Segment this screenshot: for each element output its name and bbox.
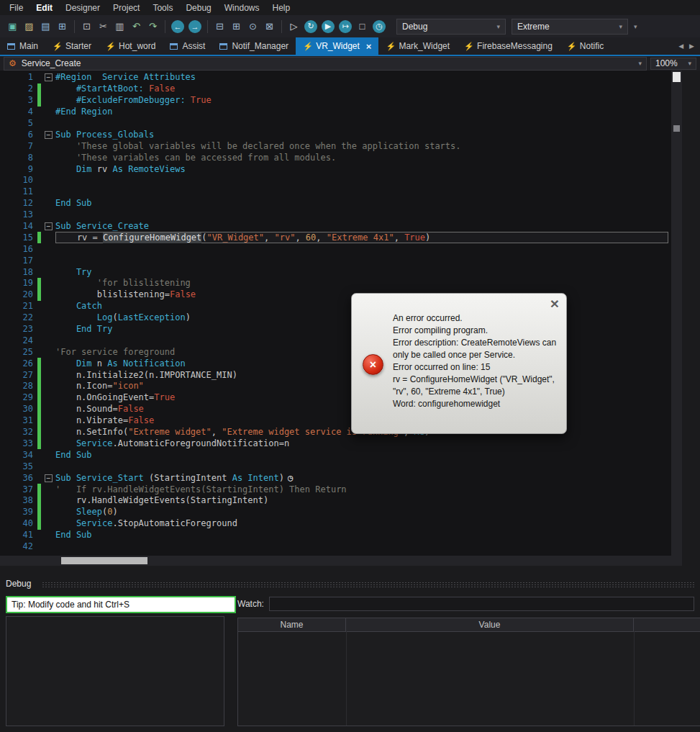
code-line[interactable]: 18 Try <box>0 266 671 278</box>
tab-main[interactable]: Main <box>0 37 45 55</box>
comment-icon[interactable]: ⊟ <box>212 19 227 34</box>
code-line[interactable]: 29 n.OnGoingEvent=True <box>0 392 671 404</box>
code-line[interactable]: 22 Log(LastException) <box>0 312 671 324</box>
open-icon[interactable]: ▨ <box>22 19 37 34</box>
menu-tools[interactable]: Tools <box>146 1 179 14</box>
run-icon[interactable]: ▷ <box>286 19 301 34</box>
deploy-configuration-dropdown[interactable]: Extreme ▾ <box>512 19 628 35</box>
code-line[interactable]: 16 <box>0 243 671 255</box>
uncomment-icon[interactable]: ⊞ <box>229 19 244 34</box>
tab-scroll-right-icon[interactable]: ▶ <box>689 42 694 50</box>
clean-project-icon[interactable]: ◷ <box>373 20 386 33</box>
code-line[interactable]: 5 <box>0 118 671 130</box>
menu-edit[interactable]: Edit <box>29 1 59 14</box>
code-line[interactable]: 6−Sub Process_Globals <box>0 129 671 140</box>
menu-debug[interactable]: Debug <box>179 1 217 14</box>
column-header-name[interactable]: Name <box>238 618 346 631</box>
save-all-icon[interactable]: ⊞ <box>55 19 70 34</box>
zoom-dropdown[interactable]: 100% ▾ <box>650 58 696 70</box>
code-line[interactable]: 34End Sub <box>0 449 671 461</box>
code-line[interactable]: 36−Sub Service_Start (StartingIntent As … <box>0 472 671 484</box>
sub-selector-dropdown[interactable]: ⚙ Service_Create ▾ <box>4 57 647 71</box>
watch-table[interactable]: Name Value <box>237 618 700 726</box>
code-line[interactable]: 39 Sleep(0) <box>0 507 671 518</box>
code-line[interactable]: 14−Sub Service_Create <box>0 221 671 232</box>
add-module-icon[interactable]: ▣ <box>5 19 20 34</box>
horizontal-scrollbar-thumb[interactable] <box>61 557 147 564</box>
close-icon[interactable]: × <box>550 295 559 312</box>
cut-icon[interactable]: ✂ <box>96 19 111 34</box>
menu-designer[interactable]: Designer <box>59 1 106 14</box>
tab-notif_manager[interactable]: Notif_Manager <box>212 37 296 55</box>
code-line[interactable]: 30 n.Sound=False <box>0 404 671 415</box>
code-line[interactable]: 41End Sub <box>0 530 671 541</box>
copy-icon[interactable]: ▥ <box>112 19 127 34</box>
tab-assist[interactable]: Assist <box>163 37 212 55</box>
code-line[interactable]: 9 Dim rv As RemoteViews <box>0 163 671 175</box>
code-line[interactable]: 8 'These variables can be accessed from … <box>0 152 671 163</box>
restart-icon[interactable]: ↻ <box>304 20 317 33</box>
tab-mark_widget[interactable]: ⚡Mark_Widget <box>378 37 457 55</box>
tab-firebasemessaging[interactable]: ⚡FirebaseMessaging <box>457 37 560 55</box>
code-line[interactable]: 24 <box>0 335 671 346</box>
stop-icon[interactable]: □ <box>355 19 370 34</box>
tab-notific[interactable]: ⚡Notific <box>560 37 611 55</box>
code-line[interactable]: 40 Service.StopAutomaticForeground <box>0 518 671 530</box>
vertical-scrollbar[interactable] <box>671 71 682 556</box>
code-line[interactable]: 37' If rv.HandleWidgetEvents(StartingInt… <box>0 484 671 495</box>
code-line[interactable]: 10 <box>0 175 671 186</box>
designer-icon[interactable]: ⊡ <box>79 19 94 34</box>
code-line[interactable]: 23 End Try <box>0 324 671 335</box>
code-line[interactable]: 31 n.Vibrate=False <box>0 415 671 427</box>
horizontal-scrollbar[interactable] <box>0 556 682 566</box>
code-line[interactable]: 32 n.SetInfo("Extreme widget", "Extreme … <box>0 427 671 438</box>
fold-toggle-icon[interactable]: − <box>45 474 53 482</box>
step-icon[interactable]: ↦ <box>339 20 352 33</box>
code-line[interactable]: 4#End Region <box>0 107 671 118</box>
code-line[interactable]: 21 Catch <box>0 301 671 312</box>
tab-scroll-left-icon[interactable]: ◀ <box>678 42 683 50</box>
code-line[interactable]: 25'For service foreground <box>0 346 671 358</box>
fold-toggle-icon[interactable]: − <box>45 222 53 230</box>
code-line[interactable]: 15 rv = ConfigureHomeWidget("VR_Widget",… <box>0 232 671 243</box>
navigate-forward-icon[interactable]: → <box>188 20 201 33</box>
tab-vr_widget[interactable]: ⚡VR_Widget× <box>296 37 378 55</box>
code-line[interactable]: 20 blislistening=False <box>0 289 671 301</box>
menu-project[interactable]: Project <box>106 1 146 14</box>
code-line[interactable]: 26 Dim n As Notification <box>0 358 671 369</box>
code-line[interactable]: 7 'These global variables will be declar… <box>0 140 671 152</box>
modules-icon[interactable]: ⊠ <box>262 19 277 34</box>
tab-hot_word[interactable]: ⚡Hot_word <box>99 37 163 55</box>
code-line[interactable]: 13 <box>0 209 671 221</box>
debug-log-panel[interactable] <box>6 616 224 726</box>
resume-icon[interactable]: ▶ <box>322 20 335 33</box>
code-line[interactable]: 17 <box>0 255 671 266</box>
code-line[interactable]: 19 'for blislistening <box>0 278 671 289</box>
vertical-scrollbar-thumb[interactable] <box>673 72 681 82</box>
find-icon[interactable]: ⊙ <box>245 19 260 34</box>
column-header-value[interactable]: Value <box>346 618 634 631</box>
fold-toggle-icon[interactable]: − <box>45 131 53 139</box>
panel-drag-handle[interactable] <box>42 582 696 588</box>
code-line[interactable]: 11 <box>0 186 671 198</box>
code-line[interactable]: 38 rv.HandleWidgetEvents(StartingIntent) <box>0 495 671 507</box>
menu-file[interactable]: File <box>3 1 29 14</box>
code-line[interactable]: 27 n.Initialize2(n.IMPORTANCE_MIN) <box>0 369 671 381</box>
code-line[interactable]: 3 #ExcludeFromDebugger: True <box>0 95 671 107</box>
code-line[interactable]: 12End Sub <box>0 198 671 209</box>
code-editor[interactable]: 1−#Region Service Attributes2 #StartAtBo… <box>0 71 682 566</box>
tab-starter[interactable]: ⚡Starter <box>45 37 99 55</box>
undo-icon[interactable]: ↶ <box>129 19 144 34</box>
close-tab-icon[interactable]: × <box>366 42 372 51</box>
code-line[interactable]: 33 Service.AutomaticForegroundNotificati… <box>0 438 671 450</box>
redo-icon[interactable]: ↷ <box>145 19 160 34</box>
watch-input[interactable] <box>269 597 694 611</box>
code-line[interactable]: 28 n.Icon="icon" <box>0 381 671 392</box>
fold-toggle-icon[interactable]: − <box>45 73 53 81</box>
toolbar-overflow-icon[interactable]: ▾ <box>634 23 637 30</box>
menu-help[interactable]: Help <box>265 1 296 14</box>
code-line[interactable]: 35 <box>0 461 671 472</box>
save-icon[interactable]: ▤ <box>38 19 53 34</box>
code-line[interactable]: 42 <box>0 541 671 553</box>
code-line[interactable]: 2 #StartAtBoot: False <box>0 83 671 95</box>
